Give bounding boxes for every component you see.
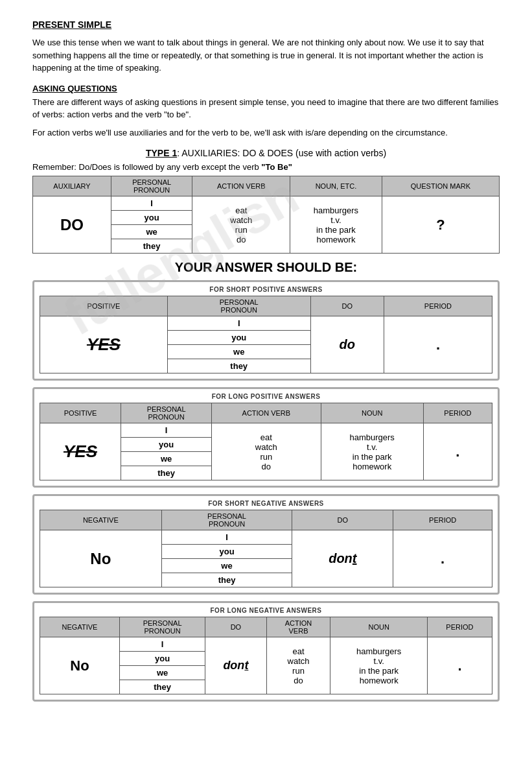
- ln-pronoun-i: I: [119, 637, 205, 652]
- sn-col-pronoun: PERSONALPRONOUN: [161, 510, 292, 530]
- col-action-verb: ACTION VERB: [192, 176, 290, 196]
- long-negative-table: NEGATIVE PERSONALPRONOUN DO ACTIONVERB N…: [40, 617, 492, 694]
- action-watch: watch: [196, 215, 286, 225]
- page-title: PRESENT SIMPLE: [32, 19, 500, 30]
- ln-pronoun-you: you: [119, 652, 205, 666]
- long-negative-label: FOR LONG NEGATIVE ANSWERS: [40, 607, 492, 614]
- ln-col-noun: NOUN: [330, 617, 427, 637]
- do-label: DO: [33, 196, 111, 254]
- sp-col-do: DO: [310, 296, 384, 316]
- pronoun-i: I: [111, 196, 192, 211]
- long-positive-label: FOR LONG POSITIVE ANSWERS: [40, 393, 492, 400]
- lp-pronoun-they: they: [121, 466, 212, 480]
- sp-pronoun-they: they: [167, 359, 310, 373]
- sn-pronoun-i: I: [161, 530, 292, 545]
- ln-col-negative: NEGATIVE: [40, 617, 120, 637]
- question-mark-cell: ?: [382, 196, 499, 254]
- sn-pronoun-you: you: [161, 545, 292, 559]
- lp-col-positive: POSITIVE: [40, 403, 121, 423]
- ln-dont: dont: [205, 637, 266, 694]
- lp-yes-label: YES: [40, 423, 121, 480]
- sn-col-period: PERIOD: [393, 510, 492, 530]
- lp-col-noun: NOUN: [321, 403, 423, 423]
- col-noun: NOUN, etc.: [290, 176, 382, 196]
- sn-pronoun-they: they: [161, 573, 292, 587]
- lp-action-cell: eatwatchrundo: [212, 423, 321, 480]
- asking-p2: For action verbs we'll use auxiliaries a…: [32, 126, 500, 139]
- lp-pronoun-you: you: [121, 438, 212, 452]
- lp-col-period: PERIOD: [423, 403, 492, 423]
- type-text: : AUXILIARIES: DO & DOES (use with actio…: [177, 148, 386, 158]
- sp-pronoun-we: we: [167, 345, 310, 359]
- sp-pronoun-i: I: [167, 316, 310, 331]
- ln-col-action: ACTIONVERB: [266, 617, 330, 637]
- intro-paragraph: We use this tense when we want to talk a…: [32, 36, 500, 75]
- sn-col-negative: NEGATIVE: [40, 510, 162, 530]
- long-positive-box: FOR LONG POSITIVE ANSWERS POSITIVE PERSO…: [32, 387, 500, 488]
- short-positive-table: POSITIVE PERSONALPRONOUN DO PERIOD YES I…: [40, 296, 492, 373]
- sn-no-label: No: [40, 530, 162, 587]
- sp-col-positive: POSITIVE: [40, 296, 168, 316]
- sp-col-pronoun: PERSONALPRONOUN: [167, 296, 310, 316]
- noun-cell: hamburgers t.v. in the park homework: [290, 196, 382, 254]
- short-positive-box: FOR SHORT POSITIVE ANSWERS POSITIVE PERS…: [32, 280, 500, 381]
- noun-homework: homework: [294, 235, 378, 244]
- sp-yes-label: YES: [40, 316, 168, 373]
- sn-col-do: DO: [292, 510, 393, 530]
- pronoun-you: you: [111, 211, 192, 225]
- sp-do-answer: do: [310, 316, 384, 373]
- ln-pronoun-they: they: [119, 680, 205, 694]
- sn-dont: dont: [292, 530, 393, 587]
- do-table: AUXILIARY PERSONALPRONOUN ACTION VERB NO…: [32, 176, 500, 254]
- pronoun-we: we: [111, 225, 192, 239]
- action-run: run: [196, 225, 286, 235]
- ln-no-label: No: [40, 637, 120, 694]
- pronoun-they: they: [111, 239, 192, 254]
- lp-pronoun-i: I: [121, 423, 212, 438]
- lp-noun-cell: hamburgerst.v.in the parkhomework: [321, 423, 423, 480]
- short-negative-box: FOR SHORT NEGATIVE ANSWERS NEGATIVE PERS…: [32, 494, 500, 595]
- ln-noun-cell: hamburgerst.v.in the parkhomework: [330, 637, 427, 694]
- sp-col-period: PERIOD: [384, 296, 492, 316]
- noun-tv: t.v.: [294, 215, 378, 225]
- ln-action-cell: eatwatchrundo: [266, 637, 330, 694]
- action-eat: eat: [196, 206, 286, 215]
- lp-period: .: [423, 423, 492, 480]
- lp-pronoun-we: we: [121, 452, 212, 466]
- ln-col-do: DO: [205, 617, 266, 637]
- ln-period: .: [427, 637, 492, 694]
- noun-park: in the park: [294, 225, 378, 235]
- plus-cell: eat watch run do: [192, 196, 290, 254]
- noun-hamburgers: hamburgers: [294, 206, 378, 215]
- lp-col-action: ACTION VERB: [212, 403, 321, 423]
- type-num: TYPE 1: [146, 148, 177, 158]
- long-positive-table: POSITIVE PERSONALPRONOUN ACTION VERB NOU…: [40, 403, 492, 480]
- short-negative-label: FOR SHORT NEGATIVE ANSWERS: [40, 500, 492, 507]
- asking-p1: There are different ways of asking quest…: [32, 96, 500, 121]
- lp-col-pronoun: PERSONALPRONOUN: [121, 403, 212, 423]
- short-negative-table: NEGATIVE PERSONALPRONOUN DO PERIOD No I …: [40, 510, 492, 587]
- sn-period: .: [393, 530, 492, 587]
- long-negative-box: FOR LONG NEGATIVE ANSWERS NEGATIVE PERSO…: [32, 601, 500, 702]
- ln-col-pronoun: PERSONALPRONOUN: [119, 617, 205, 637]
- ln-pronoun-we: we: [119, 666, 205, 680]
- sp-pronoun-you: you: [167, 331, 310, 345]
- asking-questions-title: ASKING QUESTIONS: [32, 84, 500, 93]
- sn-pronoun-we: we: [161, 559, 292, 573]
- col-auxiliary: AUXILIARY: [33, 176, 111, 196]
- remember-line: Remember: Do/Does is followed by any ver…: [32, 162, 500, 172]
- type-label: TYPE 1: AUXILIARIES: DO & DOES (use with…: [32, 148, 500, 158]
- ln-col-period: PERIOD: [427, 617, 492, 637]
- col-personal-pronoun: PERSONALPRONOUN: [111, 176, 192, 196]
- short-positive-label: FOR SHORT POSITIVE ANSWERS: [40, 286, 492, 293]
- col-question-mark: QUESTION MARK: [382, 176, 499, 196]
- your-answer-heading: YOUR ANSWER SHOULD BE:: [32, 260, 500, 275]
- sp-period: .: [384, 316, 492, 373]
- action-do: do: [196, 235, 286, 244]
